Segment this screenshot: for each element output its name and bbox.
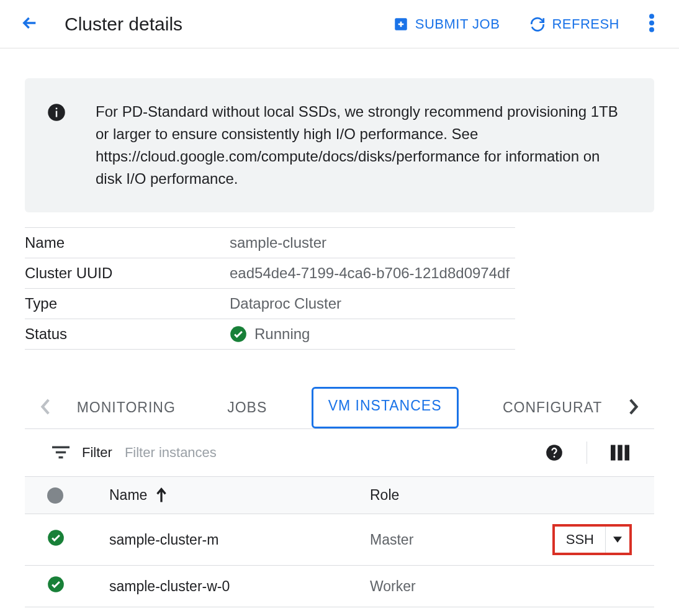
submit-job-button[interactable]: SUBMIT JOB bbox=[383, 11, 510, 37]
page-title: Cluster details bbox=[65, 14, 182, 35]
ssh-label: SSH bbox=[555, 527, 606, 553]
detail-value: Dataproc Cluster bbox=[230, 295, 341, 312]
ssh-dropdown[interactable] bbox=[606, 527, 629, 553]
svg-point-12 bbox=[554, 456, 555, 458]
chevron-left-icon bbox=[40, 398, 52, 415]
cluster-details-table: Name sample-cluster Cluster UUID ead54de… bbox=[25, 227, 515, 350]
plus-box-icon bbox=[393, 16, 409, 32]
status-header-dot bbox=[47, 487, 63, 504]
divider bbox=[587, 442, 587, 464]
th-name[interactable]: Name bbox=[109, 487, 370, 504]
row-name[interactable]: sample-cluster-w-0 bbox=[109, 578, 370, 595]
arrow-left-icon bbox=[20, 13, 40, 33]
header-bar: Cluster details SUBMIT JOB REFRESH bbox=[0, 0, 679, 48]
arrow-up-icon bbox=[155, 487, 168, 504]
info-banner: For PD-Standard without local SSDs, we s… bbox=[25, 78, 654, 212]
svg-rect-8 bbox=[52, 446, 70, 449]
back-button[interactable] bbox=[15, 8, 45, 40]
th-name-label: Name bbox=[109, 487, 147, 504]
refresh-button[interactable]: REFRESH bbox=[519, 11, 629, 37]
detail-value: ead54de4-7199-4ca6-b706-121d8d0974df bbox=[230, 265, 510, 282]
table-header: Name Role bbox=[25, 476, 654, 514]
vm-instances-table: Name Role sample-cluster-m Master SSH bbox=[25, 476, 654, 616]
tabs: MONITORING JOBS VM INSTANCES CONFIGURAT bbox=[57, 387, 622, 428]
info-text: For PD-Standard without local SSDs, we s… bbox=[96, 101, 629, 190]
check-circle-icon bbox=[47, 576, 65, 593]
detail-value: sample-cluster bbox=[230, 234, 326, 251]
svg-rect-9 bbox=[56, 451, 66, 454]
filter-bar: Filter bbox=[25, 429, 654, 476]
help-icon[interactable] bbox=[546, 444, 563, 461]
check-circle-icon bbox=[230, 325, 247, 343]
filter-input[interactable] bbox=[125, 445, 533, 461]
detail-label: Name bbox=[25, 234, 230, 251]
svg-rect-14 bbox=[618, 445, 623, 461]
tabs-bar: MONITORING JOBS VM INSTANCES CONFIGURAT bbox=[25, 387, 654, 429]
row-name[interactable]: sample-cluster-m bbox=[109, 532, 370, 548]
detail-label: Type bbox=[25, 295, 230, 312]
row-action: SSH bbox=[533, 524, 632, 555]
th-status bbox=[47, 487, 109, 504]
refresh-label: REFRESH bbox=[552, 16, 619, 32]
table-row: sample-cluster-m Master SSH bbox=[25, 514, 654, 566]
svg-point-2 bbox=[649, 20, 654, 25]
detail-row-name: Name sample-cluster bbox=[25, 227, 515, 258]
more-menu-button[interactable] bbox=[639, 8, 664, 40]
table-row: sample-cluster-w-0 Worker bbox=[25, 566, 654, 607]
columns-icon[interactable] bbox=[611, 445, 629, 461]
tab-configuration[interactable]: CONFIGURAT bbox=[495, 387, 609, 428]
row-status bbox=[47, 529, 109, 550]
svg-rect-13 bbox=[611, 445, 616, 461]
table-row: sample-cluster-w-1 Worker bbox=[25, 607, 654, 616]
row-status bbox=[47, 576, 109, 597]
tab-monitoring[interactable]: MONITORING bbox=[70, 387, 183, 428]
svg-rect-10 bbox=[59, 456, 63, 459]
check-circle-icon bbox=[47, 529, 65, 546]
filter-icon bbox=[52, 446, 70, 460]
tab-scroll-left[interactable] bbox=[35, 393, 57, 423]
filter-label: Filter bbox=[82, 445, 112, 461]
detail-label: Cluster UUID bbox=[25, 265, 230, 282]
svg-point-1 bbox=[649, 14, 654, 19]
more-vert-icon bbox=[649, 13, 654, 33]
ssh-button[interactable]: SSH bbox=[552, 524, 632, 555]
tab-vm-instances[interactable]: VM INSTANCES bbox=[312, 387, 459, 428]
content: For PD-Standard without local SSDs, we s… bbox=[0, 48, 679, 616]
detail-value: Running bbox=[230, 325, 310, 343]
row-role: Worker bbox=[370, 578, 533, 595]
svg-point-3 bbox=[649, 27, 654, 32]
info-icon bbox=[47, 103, 66, 190]
status-text: Running bbox=[254, 325, 310, 343]
submit-job-label: SUBMIT JOB bbox=[415, 16, 500, 32]
refresh-icon bbox=[529, 16, 546, 32]
caret-down-icon bbox=[613, 537, 622, 543]
svg-rect-5 bbox=[56, 111, 58, 117]
tab-scroll-right[interactable] bbox=[622, 393, 644, 423]
chevron-right-icon bbox=[627, 398, 639, 415]
th-role[interactable]: Role bbox=[370, 487, 533, 504]
detail-row-type: Type Dataproc Cluster bbox=[25, 288, 515, 319]
detail-row-status: Status Running bbox=[25, 319, 515, 350]
detail-row-uuid: Cluster UUID ead54de4-7199-4ca6-b706-121… bbox=[25, 258, 515, 288]
svg-rect-15 bbox=[625, 445, 630, 461]
tab-jobs[interactable]: JOBS bbox=[220, 387, 274, 428]
svg-rect-6 bbox=[56, 108, 58, 110]
detail-label: Status bbox=[25, 325, 230, 343]
row-role: Master bbox=[370, 532, 533, 548]
